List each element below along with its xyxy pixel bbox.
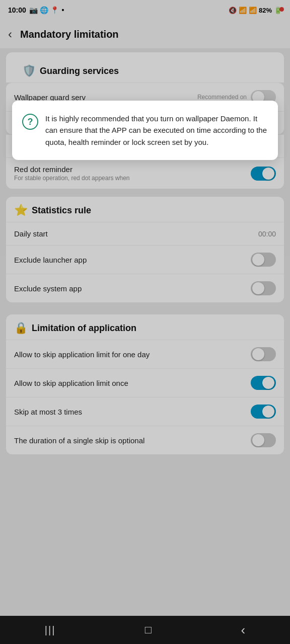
dialog: ? It is highly recommended that you turn… [12,101,278,160]
dialog-text: It is highly recommended that you turn o… [45,113,268,148]
dialog-backdrop [0,0,290,644]
dialog-icon: ? [22,114,38,130]
